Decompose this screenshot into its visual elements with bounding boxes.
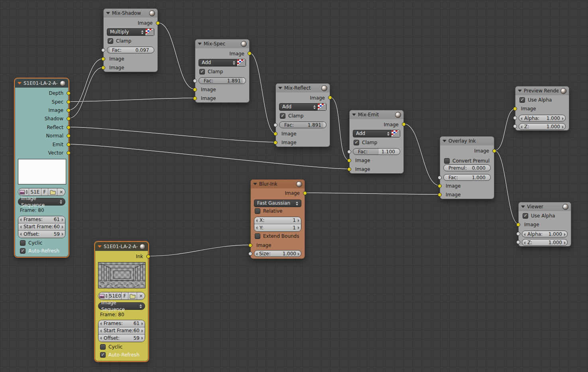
collapse-icon[interactable] xyxy=(253,183,257,185)
blend-mode-dropdown[interactable]: Add xyxy=(353,130,393,137)
use-alpha-checkbox[interactable]: ✓ Use Alpha xyxy=(523,213,555,219)
checkbox-box[interactable]: ✓ xyxy=(100,352,106,358)
socket-in-image2[interactable] xyxy=(438,193,442,197)
node-preview-render[interactable]: Preview Render ✓ Use Alpha Image Alpha: … xyxy=(515,86,569,131)
socket-out-image[interactable] xyxy=(492,149,496,153)
collapse-icon[interactable] xyxy=(106,12,110,14)
relative-checkbox[interactable]: Relative xyxy=(255,208,282,214)
checkbox-box[interactable] xyxy=(20,240,26,246)
socket-out-emit[interactable] xyxy=(67,143,71,147)
node-mix-spec[interactable]: Mix-Spec Image Add ✓ Clamp Fac: 1.891 Im… xyxy=(195,39,250,103)
fac-slider[interactable]: Fac: 1.000 xyxy=(443,174,491,181)
color-swatch-button[interactable] xyxy=(145,28,154,36)
node-editor-canvas[interactable]: S1E01-LA-2-A-... Depth Spec Image Shadow… xyxy=(0,0,588,372)
socket-in-image1[interactable] xyxy=(193,88,197,92)
frames-settings-group[interactable]: Frames:61 Start Frame:60 Offset:59 xyxy=(18,216,65,238)
socket-out-image[interactable] xyxy=(67,108,71,112)
filter-type-dropdown[interactable]: Fast Gaussian xyxy=(254,200,301,207)
socket-in-image2[interactable] xyxy=(347,167,351,171)
wire-ink_sequence.Ink→blur_ink.Image[interactable] xyxy=(148,245,250,256)
socket-out-image[interactable] xyxy=(248,51,252,55)
collapse-icon[interactable] xyxy=(98,245,102,248)
offset-stepper[interactable]: Offset:59 xyxy=(18,231,65,238)
clamp-checkbox[interactable]: ✓ Clamp xyxy=(280,113,303,119)
socket-in-fac[interactable] xyxy=(101,48,105,52)
image-browse-button[interactable] xyxy=(18,188,29,196)
checkbox-box[interactable]: ✓ xyxy=(519,97,525,103)
color-swatch-button[interactable] xyxy=(317,103,326,111)
socket-in-image1[interactable] xyxy=(438,184,442,188)
blend-mode-dropdown[interactable]: Multiply xyxy=(107,28,147,36)
fac-slider[interactable]: Fac: 0.097 xyxy=(107,47,154,53)
blend-mode-dropdown[interactable]: Add xyxy=(279,103,319,111)
open-file-button[interactable] xyxy=(48,188,57,196)
checkbox-box[interactable]: ✓ xyxy=(108,38,113,44)
cyclic-checkbox[interactable]: Cyclic xyxy=(100,344,122,350)
clamp-checkbox[interactable]: ✓ Clamp xyxy=(199,69,223,75)
wire-render_layers.Emit→mix_emit.Image2[interactable] xyxy=(69,144,349,169)
socket-in-alpha[interactable] xyxy=(513,116,517,120)
alpha-stepper[interactable]: Alpha: 1.000 xyxy=(519,115,566,121)
socket-in-image2[interactable] xyxy=(101,66,105,70)
socket-in-z[interactable] xyxy=(513,124,517,128)
socket-out-normal[interactable] xyxy=(67,134,71,138)
socket-in-image[interactable] xyxy=(248,243,252,247)
node-mix-reflect[interactable]: Mix-Reflect Image Add ✓ Clamp Fac: 1.891… xyxy=(275,83,330,147)
wire-render_layers.Shadow→mix_shadow.Image2[interactable] xyxy=(69,67,103,118)
socket-in-image[interactable] xyxy=(516,223,520,227)
socket-out-image[interactable] xyxy=(156,21,160,25)
collapse-icon[interactable] xyxy=(352,114,356,116)
socket-in-fac[interactable] xyxy=(347,150,351,154)
socket-out-image[interactable] xyxy=(402,122,406,126)
wire-mix_spec.Image→mix_reflect.Image1[interactable] xyxy=(250,53,275,133)
collapse-icon[interactable] xyxy=(518,90,522,92)
socket-in-alpha[interactable] xyxy=(516,232,520,236)
source-dropdown[interactable]: Image Sequence xyxy=(98,302,145,310)
use-alpha-checkbox[interactable]: ✓ Use Alpha xyxy=(519,97,552,103)
datablock-name-field[interactable]: S1E0 xyxy=(109,292,122,300)
socket-out-depth[interactable] xyxy=(67,91,71,95)
checkbox-box[interactable]: ✓ xyxy=(280,113,285,119)
node-ink-sequence[interactable]: S1E01-LA-2-A-I... Ink xyxy=(95,242,148,361)
color-swatch-button[interactable] xyxy=(391,130,400,137)
z-stepper[interactable]: Z: 1.000 xyxy=(522,239,568,246)
frames-stepper[interactable]: Frames:61 xyxy=(98,320,145,327)
socket-out-vector[interactable] xyxy=(67,151,71,155)
start-frame-stepper[interactable]: Start Frame:60 xyxy=(98,327,145,335)
node-viewer[interactable]: Viewer ✓ Use Alpha Image Alpha: 1.000 Z:… xyxy=(518,202,571,247)
collapse-icon[interactable] xyxy=(442,140,446,142)
color-swatch-button[interactable] xyxy=(237,59,246,67)
socket-in-image2[interactable] xyxy=(193,96,197,100)
wire-mix_shadow.Image→mix_spec.Image1[interactable] xyxy=(158,23,195,89)
checkbox-box[interactable]: ✓ xyxy=(354,140,359,145)
fac-slider[interactable]: Fac: 1.891 xyxy=(279,121,326,128)
socket-out-reflect[interactable] xyxy=(67,125,71,129)
collapse-icon[interactable] xyxy=(18,82,22,84)
node-blur-ink[interactable]: Blur-Ink Image Fast Gaussian Relative X:… xyxy=(250,179,305,259)
convert-premul-checkbox[interactable]: Convert Premul xyxy=(444,158,490,164)
fac-slider[interactable]: Fac: 1.891 xyxy=(199,77,246,84)
datablock-name-field[interactable]: S1E xyxy=(29,188,41,196)
fake-user-button[interactable]: F xyxy=(41,188,48,196)
socket-in-fac[interactable] xyxy=(273,123,277,127)
blur-size-group[interactable]: X:1 Y:1 xyxy=(254,217,301,232)
blend-mode-dropdown[interactable]: Add xyxy=(199,59,238,67)
collapse-icon[interactable] xyxy=(521,206,525,208)
wire-render_layers.Spec→mix_spec.Image2[interactable] xyxy=(69,98,195,102)
auto-refresh-checkbox[interactable]: ✓ Auto-Refresh xyxy=(20,248,59,254)
checkbox-box[interactable]: ✓ xyxy=(199,69,205,74)
frames-stepper[interactable]: Frames:61 xyxy=(18,216,65,223)
fake-user-button[interactable]: F xyxy=(122,292,128,300)
wire-mix_emit.Image→overlay_ink.Image1[interactable] xyxy=(404,124,440,186)
alpha-stepper[interactable]: Alpha: 1.000 xyxy=(522,231,568,237)
wire-render_layers.Reflect→mix_reflect.Image2[interactable] xyxy=(69,127,275,142)
premul-slider[interactable]: Premul: 0.000 xyxy=(443,164,491,171)
offset-stepper[interactable]: Offset:59 xyxy=(98,335,145,342)
node-render-layers[interactable]: S1E01-LA-2-A-... Depth Spec Image Shadow… xyxy=(15,78,69,257)
fac-slider[interactable]: Fac: 1.100 xyxy=(353,148,400,155)
socket-in-image[interactable] xyxy=(513,107,517,111)
start-frame-stepper[interactable]: Start Frame:60 xyxy=(18,223,65,231)
socket-out-spec[interactable] xyxy=(67,100,71,104)
node-overlay-ink[interactable]: Overlay Ink Image Convert Premul Premul:… xyxy=(440,136,494,199)
socket-in-fac[interactable] xyxy=(438,176,442,180)
